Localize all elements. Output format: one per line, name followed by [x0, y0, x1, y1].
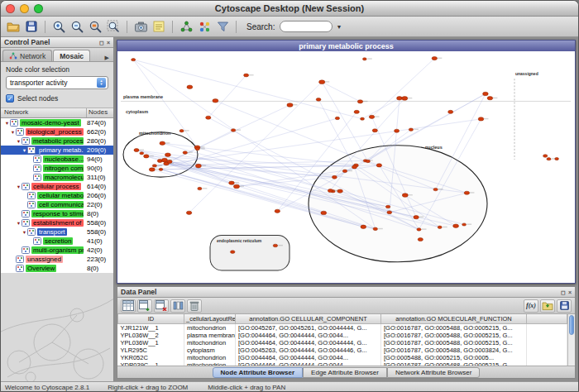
formula-builder-icon[interactable]: f(x): [524, 299, 538, 313]
delete-attribute-icon[interactable]: [154, 299, 169, 313]
table-row[interactable]: YLR295Ccytoplasm[GO:0045263, GO:0044444,…: [118, 347, 567, 354]
network-view-title[interactable]: primary metabolic process: [117, 41, 575, 51]
tree-toggle-icon[interactable]: ▼: [16, 139, 22, 144]
tree-toggle-icon[interactable]: ▼: [4, 121, 10, 126]
zoom-in-icon[interactable]: [50, 18, 67, 35]
table-row[interactable]: YPL036W__2plasma membrane[GO:0044464, GO…: [118, 332, 567, 339]
network-tab-icon: [9, 52, 17, 60]
column-header-nodes[interactable]: Nodes: [87, 108, 113, 117]
column-header-spacer[interactable]: [527, 314, 567, 323]
table-scrollbar[interactable]: [567, 314, 575, 366]
network-icon: [33, 165, 41, 172]
tree-item-cellular-process[interactable]: ▼cellular process614(0): [1, 182, 113, 191]
tree-item-establishment-of-lo[interactable]: ▼establishment of lo...558(0): [1, 218, 113, 227]
tree-item-label: nitrogen compo...: [43, 165, 84, 172]
tree-item-label: unassigned: [26, 256, 63, 263]
table-cell: [GO:0044464, GO:0044444, GO:0044...: [236, 361, 381, 366]
table-row[interactable]: YPL036W__1mitochondrion[GO:0044464, GO:0…: [118, 339, 567, 347]
tree-item-secretion[interactable]: secretion41(0): [1, 237, 113, 246]
table-row[interactable]: YJR121W__1mitochondrion[GO:0045267, GO:0…: [118, 323, 567, 332]
export-table-icon[interactable]: [557, 299, 572, 313]
table-cell: mitochondrion: [184, 323, 236, 332]
column-header-network[interactable]: Network: [1, 108, 87, 117]
layout-icon[interactable]: [178, 18, 194, 35]
select-nodes-checkbox[interactable]: ✓ Select nodes: [6, 94, 108, 103]
network-canvas[interactable]: plasma membrane cytoplasm mitochondrion …: [117, 51, 575, 283]
table-cell: [GO:0044464, GO:0044444, GO:0044444, G..…: [236, 339, 381, 347]
window-titlebar[interactable]: Cytoscape Desktop (New Session): [1, 1, 578, 17]
column-header-cellularlayoutregion[interactable]: _cellularLayoutRegion: [184, 314, 236, 323]
tab-mosaic[interactable]: Mosaic: [53, 50, 90, 61]
zoom-hint: Right-click + drag to ZOOM: [108, 384, 188, 391]
tree-item-overview[interactable]: Overview8(0): [1, 264, 113, 273]
tree-item-count: 22(0): [87, 201, 114, 208]
zoom-fit-icon[interactable]: [105, 18, 122, 35]
tree-item-response-to-stimul[interactable]: response to stimul...8(0): [1, 209, 113, 218]
column-header-id[interactable]: ID: [118, 314, 184, 323]
tree-toggle-icon[interactable]: ▼: [16, 221, 22, 226]
tree-item-label: primary metab...: [37, 146, 84, 154]
attribute-toolbar: f(x): [117, 298, 575, 314]
table-row[interactable]: YDR039C__1mitochondrion[GO:0044464, GO:0…: [118, 361, 567, 366]
scrollbar-thumb[interactable]: [569, 315, 574, 335]
tree-toggle-icon[interactable]: ▼: [22, 230, 27, 235]
select-nodes-label: Select nodes: [17, 94, 58, 103]
close-panel-icon[interactable]: ×: [568, 289, 572, 295]
data-panel: Data Panel ◻ ×: [117, 286, 576, 379]
tree-item-primary-metab[interactable]: ▼primary metab...209(0): [1, 146, 113, 155]
status-bar: Welcome to Cytoscape 2.8.1 Right-click +…: [1, 381, 578, 392]
tab-network[interactable]: Network: [2, 50, 52, 61]
table-cell: YDR039C__1: [118, 361, 184, 366]
zoom-out-icon[interactable]: [69, 18, 85, 35]
float-panel-icon[interactable]: ◻: [561, 289, 566, 295]
zoom-selected-icon[interactable]: [87, 18, 103, 35]
tree-column-headers: Network Nodes: [1, 108, 113, 118]
save-session-icon[interactable]: [23, 18, 40, 35]
filter-icon[interactable]: [214, 18, 231, 35]
tree-item-macromolecule[interactable]: macromolecule...311(0): [1, 173, 113, 182]
search-input[interactable]: [280, 21, 333, 32]
tree-item-multi-organism-pro[interactable]: multi-organism pro...42(0): [1, 246, 113, 255]
node-color-dropdown[interactable]: transporter activity ▲▼: [6, 76, 108, 89]
tree-item-metabolic-process[interactable]: ▼metabolic process280(0): [1, 136, 113, 146]
table-cell: [GO:0044464, GO:0044444, GO:0044...: [236, 354, 381, 361]
trash-icon[interactable]: [187, 299, 202, 313]
search-options-button[interactable]: ▼: [334, 24, 343, 30]
tree-item-mosaic-demo-yeast[interactable]: ▼mosaic-demo-yeast874(0): [1, 118, 113, 127]
table-row[interactable]: YKR052Cmitochondrion[GO:0044464, GO:0044…: [118, 354, 567, 361]
tree-item-unassigned[interactable]: unassigned223(0): [1, 255, 113, 264]
tab-mosaic-label: Mosaic: [60, 52, 84, 60]
tree-item-nitrogen-compo[interactable]: nitrogen compo...90(0): [1, 164, 113, 173]
node-color-dropdown-value: transporter activity: [10, 79, 67, 87]
tree-item-cell-communica[interactable]: cell communica...22(0): [1, 200, 113, 209]
open-session-icon[interactable]: [5, 18, 22, 35]
tree-item-label: response to stimul...: [31, 210, 84, 218]
float-panel-icon[interactable]: ◻: [99, 40, 104, 45]
tab-edge-attribute-browser[interactable]: Edge Attribute Browser: [303, 367, 387, 378]
vizmapper-icon[interactable]: [196, 18, 213, 35]
tree-item-transport[interactable]: ▼transport558(0): [1, 227, 113, 237]
tab-node-attribute-browser[interactable]: Node Attribute Browser: [213, 367, 304, 378]
tree-toggle-icon[interactable]: ▼: [16, 184, 22, 189]
column-header-annotation-go-cellular-component[interactable]: annotation.GO CELLULAR_COMPONENT: [236, 314, 381, 323]
tab-scroll-right-icon[interactable]: ▶: [103, 55, 112, 61]
import-table-icon[interactable]: [540, 299, 555, 313]
columns-icon[interactable]: [170, 299, 185, 313]
select-attributes-icon[interactable]: [121, 299, 136, 313]
column-header-annotation-go-molecular-function[interactable]: annotation.GO MOLECULAR_FUNCTION: [381, 314, 527, 323]
table-cell: YPL036W__2: [118, 332, 184, 339]
tree-item-cellular-metabo[interactable]: cellular metabo...206(0): [1, 191, 113, 200]
tab-network-attribute-browser[interactable]: Network Attribute Browser: [387, 367, 480, 378]
tree-toggle-icon[interactable]: ▼: [22, 148, 27, 153]
tree-item-count: 42(0): [87, 246, 114, 254]
tree-toggle-icon[interactable]: ▼: [10, 130, 16, 135]
table-cell: [GO:0044464, GO:0044444, GO:0044...: [236, 332, 381, 339]
tree-item-biological-process[interactable]: ▼biological_process662(0): [1, 127, 113, 136]
create-attribute-icon[interactable]: [137, 299, 152, 313]
tree-item-nucleobase[interactable]: nucleobase...94(0): [1, 155, 113, 164]
snapshot-icon[interactable]: [132, 18, 149, 35]
annotation-icon[interactable]: [151, 18, 167, 35]
control-panel-title: Control Panel: [4, 38, 50, 46]
close-panel-icon[interactable]: ×: [107, 40, 110, 45]
table-cell: mitochondrion: [184, 354, 236, 361]
